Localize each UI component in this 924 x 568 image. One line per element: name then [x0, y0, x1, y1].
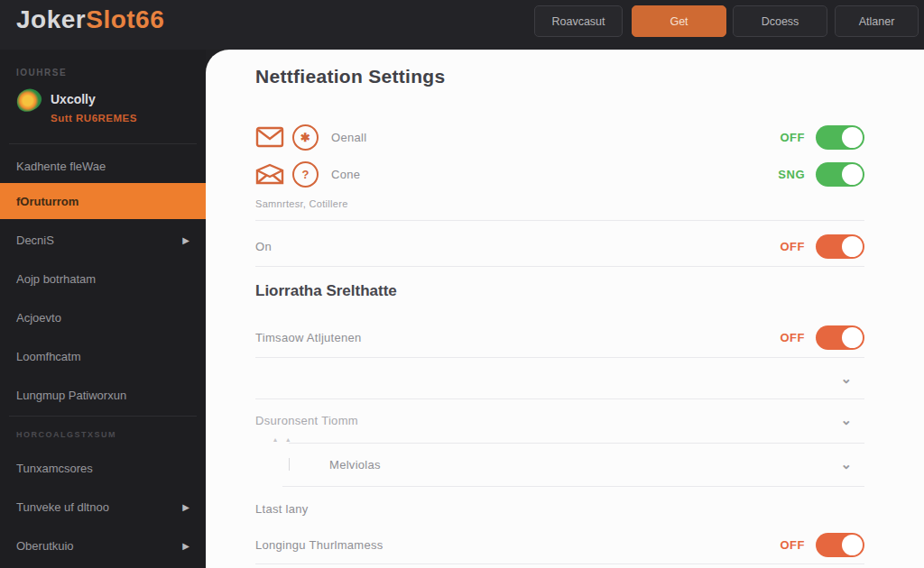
toggle-state-label: OFF: [781, 331, 806, 344]
sidebar-item-label: Kadhente fleWae: [16, 160, 106, 173]
channel-icons: ✱: [255, 124, 319, 151]
sms-notification-row: ? Cone SNG: [255, 157, 864, 191]
sidebar-item-label: Tunveke uf dltnoo: [16, 500, 109, 514]
toggle-knob: [842, 236, 863, 257]
sidebar-item-label: Loomfhcatm: [16, 350, 81, 363]
logo-text-prefix: Joker: [16, 5, 86, 33]
toggle-state-label: OFF: [781, 538, 806, 552]
setting-label: On: [255, 240, 272, 253]
sidebar-item-3[interactable]: DecniS ▶: [0, 223, 206, 257]
topnav-button-2[interactable]: Get: [632, 5, 726, 37]
chevron-right-icon: ▶: [182, 541, 189, 551]
sidebar-item-4[interactable]: Aojp botrhatam: [0, 261, 206, 296]
toggle-knob: [842, 535, 863, 555]
sidebar-section-label: IOUHRSE: [16, 68, 67, 78]
divider: [255, 563, 864, 564]
on-toggle[interactable]: [816, 234, 864, 259]
page-title: Nettfieation Settings: [255, 66, 864, 87]
toggle-state-label: OFF: [781, 240, 806, 253]
on-setting-row: On OFF: [255, 226, 864, 266]
sidebar-item-6[interactable]: Loomfhcatm: [0, 339, 206, 373]
logo-text-suffix: Slot66: [86, 5, 164, 33]
channel-label: Oenall: [331, 131, 366, 144]
sidebar-item-label: Acjoevto: [16, 311, 61, 325]
top-bar: JokerSlot66 Roavcasut Get Dcoess Atlaner: [0, 0, 924, 50]
chevron-down-icon[interactable]: ⌄: [840, 460, 852, 469]
divider: [255, 266, 864, 267]
timezone-setting-row: Timsaow Atljutenen OFF: [255, 317, 864, 357]
toggle-knob: [842, 327, 863, 348]
sms-toggle[interactable]: [816, 162, 864, 187]
email-toggle[interactable]: [816, 125, 864, 150]
sidebar-item-label: Tunxamcsores: [16, 462, 93, 475]
plain-label-row: Ltast lany: [255, 497, 864, 520]
topnav-button-1[interactable]: Roavcasut: [534, 5, 623, 37]
sidebar-item-8[interactable]: Tunxamcsores: [0, 451, 206, 485]
dropdown-label: Dsuronsent Tiomm: [255, 414, 358, 427]
setting-label: Longingu Thurlmamess: [255, 538, 383, 552]
language-setting-row: Longingu Thurlmamess OFF: [255, 525, 864, 564]
avatar: [13, 85, 45, 115]
sidebar-item-10[interactable]: Oberutkuio ▶: [0, 528, 206, 563]
sidebar-item-label: Lungmup Patiworxun: [16, 389, 126, 402]
setting-label: Ltast lany: [255, 502, 309, 516]
sidebar-divider: [9, 416, 197, 417]
toggle-state-label: SNG: [778, 168, 805, 181]
chevron-right-icon: ▶: [182, 502, 189, 512]
email-notification-row: ✱ Oenall OFF: [255, 120, 864, 154]
dropdown-row-1[interactable]: ⌄: [255, 359, 864, 399]
timezone-toggle[interactable]: [816, 325, 864, 350]
divider: [255, 357, 864, 358]
sidebar: IOUHRSE Uxcolly Sutt RU6REMES Kadhente f…: [0, 50, 206, 568]
sidebar-item-label: DecniS: [16, 234, 54, 247]
indent-tick: [289, 458, 290, 471]
question-circle-icon: ?: [292, 161, 319, 188]
settings-note: Samnrtesr, Cotillere: [255, 198, 864, 209]
sidebar-item-2-active[interactable]: fOruturrom: [0, 183, 206, 219]
chevron-down-icon[interactable]: ⌄: [840, 374, 852, 383]
app-logo: JokerSlot66: [16, 5, 164, 34]
toggle-knob: [842, 127, 863, 148]
sidebar-item-label: Oberutkuio: [16, 539, 74, 553]
divider: [255, 220, 864, 221]
profile-subtitle: Sutt RU6REMES: [51, 113, 137, 124]
channel-label: Cone: [331, 168, 360, 181]
dropdown-row-3[interactable]: Melviolas ⌄: [255, 444, 864, 484]
asterisk-circle-icon: ✱: [292, 124, 319, 151]
sidebar-item-label: Aojp botrhatam: [16, 272, 96, 286]
sidebar-item-1[interactable]: Kadhente fleWae: [0, 149, 206, 183]
divider-indented: [289, 443, 864, 444]
dropdown-row-2[interactable]: Dsuronsent Tiomm ⌄: [255, 400, 864, 440]
setting-label: Timsaow Atljutenen: [255, 331, 362, 344]
chevron-right-icon: ▶: [182, 235, 189, 245]
sidebar-item-9[interactable]: Tunveke uf dltnoo ▶: [0, 490, 206, 524]
mail-icon: [255, 126, 284, 148]
profile-name: Uxcolly: [51, 92, 96, 106]
sidebar-item-7[interactable]: Lungmup Patiworxun: [0, 378, 206, 412]
sidebar-section2-label: HORCOALGSTXSUM: [16, 430, 116, 439]
section-title: Liorratha Srelthatte: [255, 282, 864, 300]
sidebar-item-5[interactable]: Acjoevto: [0, 300, 206, 334]
topnav-button-3[interactable]: Dcoess: [733, 5, 827, 37]
dropdown-label: Melviolas: [329, 458, 381, 472]
toggle-knob: [842, 164, 863, 185]
sidebar-item-label: fOruturrom: [16, 195, 79, 208]
language-toggle[interactable]: [816, 533, 864, 557]
sidebar-divider: [9, 143, 197, 144]
chevron-down-icon[interactable]: ⌄: [840, 416, 852, 425]
divider: [255, 399, 864, 399]
channel-icons: ?: [255, 161, 319, 188]
mail-open-icon: [255, 163, 284, 185]
divider-indented: [282, 486, 864, 487]
toggle-state-label: OFF: [781, 131, 806, 144]
settings-panel: Nettfieation Settings ✱ Oenall OFF ? C: [206, 50, 924, 568]
topnav-button-4[interactable]: Atlaner: [835, 5, 919, 37]
